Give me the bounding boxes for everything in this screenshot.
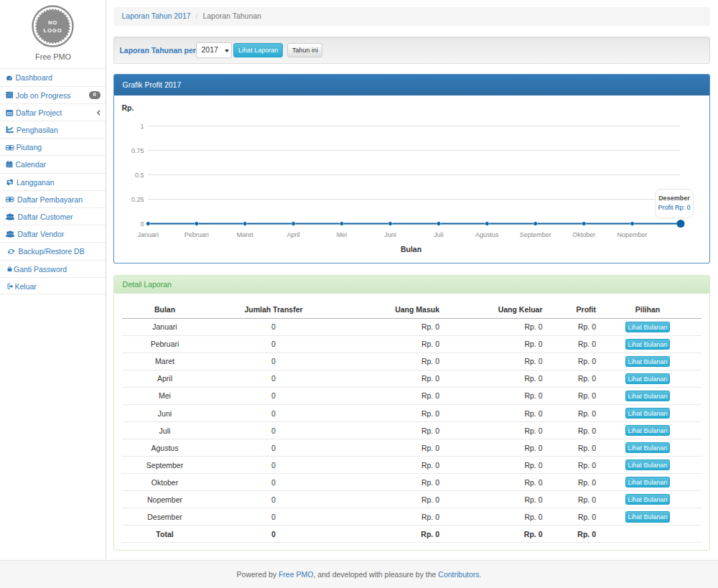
svg-text:1: 1	[140, 123, 144, 130]
svg-text:Bulan: Bulan	[401, 245, 421, 253]
svg-text:Juli: Juli	[434, 231, 444, 238]
svg-text:Juni: Juni	[384, 231, 396, 238]
svg-text:September: September	[520, 231, 551, 238]
svg-text:0.5: 0.5	[135, 172, 144, 179]
svg-text:0: 0	[140, 220, 144, 228]
svg-text:Maret: Maret	[237, 231, 254, 238]
svg-text:Januari: Januari	[138, 231, 159, 238]
svg-text:0.75: 0.75	[131, 147, 144, 154]
svg-text:Pebruari: Pebruari	[185, 231, 209, 238]
svg-text:Oktober: Oktober	[572, 231, 595, 238]
svg-text:Rp.: Rp.	[122, 103, 134, 112]
svg-text:Nopember: Nopember	[617, 231, 648, 238]
svg-text:0.25: 0.25	[131, 196, 144, 203]
svg-text:Agustus: Agustus	[475, 231, 499, 238]
svg-text:Mei: Mei	[337, 231, 348, 238]
svg-text:April: April	[287, 231, 300, 238]
